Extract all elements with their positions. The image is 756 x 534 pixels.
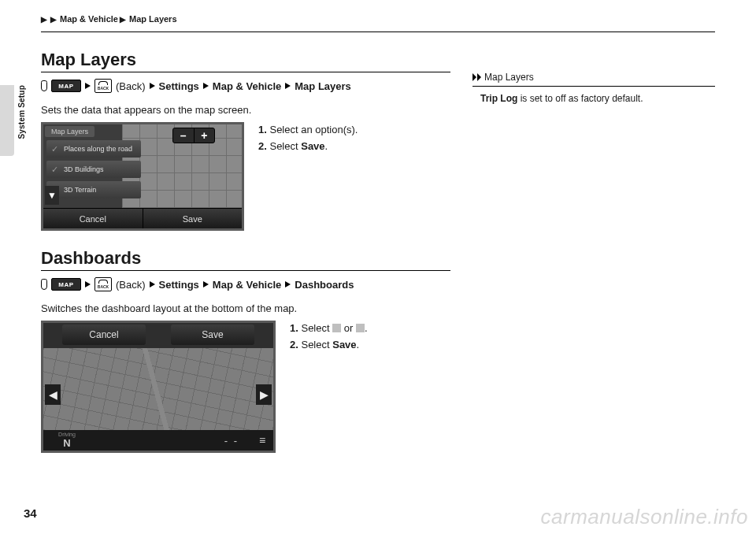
nav-text: (Back) [116, 279, 146, 291]
left-dash-icon [332, 324, 341, 332]
arrow-left-icon: ◀ [45, 384, 61, 405]
list-item: Places along the road [46, 140, 141, 158]
dashboard-bar: Driving N - - ≡ [43, 430, 273, 451]
note-icon [472, 73, 476, 81]
map-area [43, 348, 273, 430]
side-label: System Setup [17, 85, 26, 139]
side-tab [0, 85, 14, 156]
driving-indicator: Driving N [43, 432, 91, 449]
back-button-icon: BACK [94, 79, 112, 93]
figure-row: Cancel Save ◀ ▶ Driving N - - ≡ [41, 321, 450, 453]
nav-path: MAP BACK (Back) Settings Map & Vehicle D… [41, 277, 450, 291]
figure-row: Map Layers – + Places along the road 3D … [41, 122, 450, 231]
step: 2. Select Save. [258, 139, 358, 155]
list-item: 3D Buildings [46, 161, 141, 178]
list-item: 3D Terrain [46, 181, 141, 198]
step-number: 1. [290, 322, 298, 334]
description: Sets the data that appears on the map sc… [41, 104, 450, 116]
arrow-right-icon: ▶ [256, 384, 272, 405]
step: 2. Select Save. [290, 337, 368, 354]
footer-buttons: Cancel Save [43, 208, 242, 228]
chevron-icon [285, 83, 291, 89]
save-button: Save [143, 208, 243, 228]
step-number: 2. [290, 339, 298, 350]
sidebar-heading: Map Layers [472, 72, 715, 83]
step: 1. Select an option(s). [258, 122, 358, 139]
steps: 1. Select or . 2. Select Save. [290, 321, 368, 453]
nav-item: Dashboards [295, 279, 354, 291]
driving-value: N [63, 437, 70, 449]
dash-value: - - [212, 435, 251, 447]
step: 1. Select or . [290, 321, 368, 337]
nav-path: MAP BACK (Back) Settings Map & Vehicle M… [41, 79, 450, 93]
note-icon [477, 73, 481, 81]
cancel-button: Cancel [43, 208, 143, 228]
voice-icon [41, 279, 47, 290]
divider [41, 270, 450, 271]
step-bold: Save [301, 140, 324, 152]
page: ▶ ▶ Map & Vehicle ▶ Map Layers System Se… [0, 0, 756, 534]
back-button-icon: BACK [94, 277, 112, 291]
chevron-icon: ▶ [41, 15, 47, 24]
nav-item: Settings [159, 80, 199, 92]
watermark: carmanualsonline.info [541, 505, 748, 529]
divider [41, 32, 715, 32]
zoom-in-icon: + [195, 128, 215, 143]
nav-item: Map & Vehicle [213, 80, 281, 92]
chevron-icon [203, 83, 209, 89]
screenshot-tab: Map Layers [45, 126, 94, 137]
right-dash-icon [356, 324, 365, 332]
sidebar-column: Map Layers Trip Log is set to off as fac… [472, 50, 715, 470]
scroll-down-icon: ▼ [45, 186, 59, 205]
step-text: Select [269, 140, 301, 152]
chevron-icon: ▶ [50, 15, 57, 24]
sidebar-body: Trip Log is set to off as factory defaul… [472, 93, 715, 104]
sidebar-title: Map Layers [484, 72, 534, 83]
step-text: or [341, 322, 356, 334]
map-button-icon: MAP [51, 278, 81, 291]
chevron-icon [150, 83, 155, 89]
step-text: Select an option(s). [269, 124, 358, 135]
breadcrumb-item: Map Layers [129, 14, 177, 24]
description: Switches the dashboard layout at the bot… [41, 302, 450, 314]
step-text: . [357, 339, 360, 350]
step-text: . [365, 322, 368, 334]
steps: 1. Select an option(s). 2. Select Save. [258, 122, 358, 231]
page-number: 34 [24, 506, 37, 520]
chevron-icon [285, 281, 291, 287]
map-button-icon: MAP [51, 80, 81, 92]
chevron-icon: ▶ [120, 15, 126, 24]
breadcrumb: ▶ ▶ Map & Vehicle ▶ Map Layers [41, 14, 715, 24]
voice-icon [41, 80, 47, 91]
sidebar-note: Map Layers Trip Log is set to off as fac… [472, 72, 715, 104]
screenshot-dashboards: Cancel Save ◀ ▶ Driving N - - ≡ [41, 321, 276, 453]
chevron-icon [203, 281, 209, 287]
chevron-icon [85, 281, 91, 287]
top-buttons: Cancel Save [62, 324, 254, 345]
step-text: . [325, 140, 328, 152]
menu-icon: ≡ [251, 434, 273, 447]
chevron-icon [150, 281, 155, 287]
section-title-map-layers: Map Layers [41, 50, 450, 70]
main-column: Map Layers MAP BACK (Back) Settings Map … [41, 50, 450, 470]
nav-item: Map & Vehicle [213, 279, 281, 291]
content: Map Layers MAP BACK (Back) Settings Map … [41, 50, 715, 470]
zoom-out-icon: – [173, 128, 195, 143]
chevron-icon [85, 83, 91, 89]
step-text: Select [301, 339, 332, 350]
sidebar-text: is set to off as factory default. [517, 93, 643, 104]
save-button: Save [171, 324, 254, 345]
step-number: 2. [258, 140, 267, 152]
zoom-control: – + [172, 128, 215, 143]
nav-item: Map Layers [295, 80, 351, 92]
divider [41, 72, 450, 72]
step-bold: Save [332, 339, 356, 350]
sidebar-bold: Trip Log [480, 93, 517, 104]
divider [472, 86, 715, 87]
screenshot-map-layers: Map Layers – + Places along the road 3D … [41, 122, 244, 231]
step-text: Select [301, 322, 332, 334]
breadcrumb-item: Map & Vehicle [60, 14, 118, 24]
nav-text: (Back) [116, 80, 146, 92]
step-number: 1. [258, 124, 267, 135]
section-title-dashboards: Dashboards [41, 248, 450, 269]
